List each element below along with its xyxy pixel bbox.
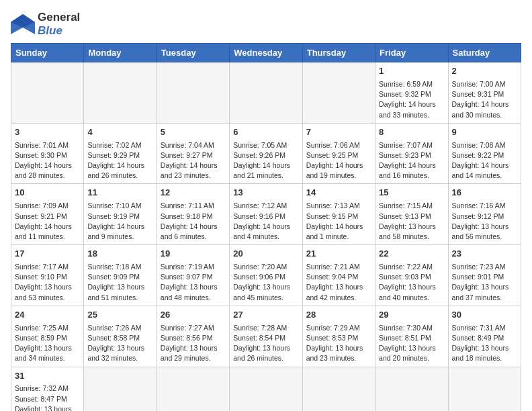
day-number: 18 [87, 248, 152, 261]
calendar-week-2: 3Sunrise: 7:01 AM Sunset: 9:30 PM Daylig… [11, 123, 521, 184]
calendar-cell: 31Sunrise: 7:32 AM Sunset: 8:47 PM Dayli… [11, 367, 84, 411]
day-number: 21 [306, 248, 371, 261]
day-number: 23 [452, 248, 517, 261]
col-header-monday: Monday [84, 44, 157, 62]
day-info: Sunrise: 7:25 AM Sunset: 8:59 PM Dayligh… [15, 323, 80, 364]
day-number: 3 [15, 126, 80, 139]
calendar-cell: 29Sunrise: 7:30 AM Sunset: 8:51 PM Dayli… [375, 306, 448, 367]
calendar-cell [230, 62, 302, 124]
day-info: Sunrise: 7:12 AM Sunset: 9:16 PM Dayligh… [233, 201, 298, 242]
calendar-cell: 1Sunrise: 6:59 AM Sunset: 9:32 PM Daylig… [375, 62, 448, 124]
day-info: Sunrise: 7:18 AM Sunset: 9:09 PM Dayligh… [87, 262, 152, 303]
day-number: 13 [233, 187, 298, 199]
col-header-wednesday: Wednesday [230, 44, 302, 62]
calendar-cell [157, 62, 229, 124]
calendar-cell: 8Sunrise: 7:07 AM Sunset: 9:23 PM Daylig… [375, 123, 448, 184]
day-info: Sunrise: 7:28 AM Sunset: 8:54 PM Dayligh… [233, 323, 298, 364]
calendar-cell: 15Sunrise: 7:15 AM Sunset: 9:13 PM Dayli… [375, 184, 448, 245]
calendar-cell: 13Sunrise: 7:12 AM Sunset: 9:16 PM Dayli… [230, 184, 302, 245]
day-number: 9 [452, 126, 517, 139]
calendar-cell [84, 62, 157, 124]
day-number: 14 [306, 187, 371, 199]
calendar-cell: 12Sunrise: 7:11 AM Sunset: 9:18 PM Dayli… [157, 184, 229, 245]
day-info: Sunrise: 7:04 AM Sunset: 9:27 PM Dayligh… [161, 140, 226, 181]
calendar-cell: 25Sunrise: 7:26 AM Sunset: 8:58 PM Dayli… [84, 306, 157, 367]
day-number: 8 [379, 126, 444, 139]
day-number: 12 [161, 187, 226, 199]
calendar-cell: 30Sunrise: 7:31 AM Sunset: 8:49 PM Dayli… [448, 306, 521, 367]
calendar-cell [11, 62, 84, 124]
calendar-cell: 17Sunrise: 7:17 AM Sunset: 9:10 PM Dayli… [11, 245, 84, 306]
col-header-tuesday: Tuesday [157, 44, 229, 62]
day-number: 30 [452, 309, 517, 322]
day-info: Sunrise: 7:08 AM Sunset: 9:22 PM Dayligh… [452, 140, 517, 181]
calendar-cell: 3Sunrise: 7:01 AM Sunset: 9:30 PM Daylig… [11, 123, 84, 184]
col-header-sunday: Sunday [11, 44, 84, 62]
day-info: Sunrise: 7:00 AM Sunset: 9:31 PM Dayligh… [452, 79, 517, 120]
day-number: 28 [306, 309, 371, 322]
logo: GeneralBlue [11, 11, 80, 38]
calendar-cell: 2Sunrise: 7:00 AM Sunset: 9:31 PM Daylig… [448, 62, 521, 124]
calendar-cell [302, 367, 375, 411]
day-number: 19 [161, 248, 226, 261]
day-info: Sunrise: 6:59 AM Sunset: 9:32 PM Dayligh… [379, 79, 444, 120]
day-number: 5 [161, 126, 226, 139]
day-number: 10 [15, 187, 80, 199]
day-number: 20 [233, 248, 298, 261]
day-info: Sunrise: 7:27 AM Sunset: 8:56 PM Dayligh… [161, 323, 226, 364]
calendar-cell [375, 367, 448, 411]
calendar-week-6: 31Sunrise: 7:32 AM Sunset: 8:47 PM Dayli… [11, 367, 521, 411]
day-number: 25 [87, 309, 152, 322]
calendar-cell: 28Sunrise: 7:29 AM Sunset: 8:53 PM Dayli… [302, 306, 375, 367]
day-info: Sunrise: 7:01 AM Sunset: 9:30 PM Dayligh… [15, 140, 80, 181]
calendar-cell: 5Sunrise: 7:04 AM Sunset: 9:27 PM Daylig… [157, 123, 229, 184]
day-number: 26 [161, 309, 226, 322]
calendar-cell: 18Sunrise: 7:18 AM Sunset: 9:09 PM Dayli… [84, 245, 157, 306]
day-info: Sunrise: 7:10 AM Sunset: 9:19 PM Dayligh… [87, 201, 152, 242]
day-info: Sunrise: 7:32 AM Sunset: 8:47 PM Dayligh… [15, 383, 80, 411]
day-info: Sunrise: 7:02 AM Sunset: 9:29 PM Dayligh… [87, 140, 152, 181]
calendar-cell: 23Sunrise: 7:23 AM Sunset: 9:01 PM Dayli… [448, 245, 521, 306]
day-info: Sunrise: 7:15 AM Sunset: 9:13 PM Dayligh… [379, 201, 444, 242]
logo-text: GeneralBlue [38, 11, 80, 38]
col-header-thursday: Thursday [302, 44, 375, 62]
day-number: 4 [87, 126, 152, 139]
day-info: Sunrise: 7:22 AM Sunset: 9:03 PM Dayligh… [379, 262, 444, 303]
calendar-cell: 16Sunrise: 7:16 AM Sunset: 9:12 PM Dayli… [448, 184, 521, 245]
day-info: Sunrise: 7:19 AM Sunset: 9:07 PM Dayligh… [161, 262, 226, 303]
day-number: 24 [15, 309, 80, 322]
calendar-cell [448, 367, 521, 411]
calendar-cell: 11Sunrise: 7:10 AM Sunset: 9:19 PM Dayli… [84, 184, 157, 245]
calendar-cell: 10Sunrise: 7:09 AM Sunset: 9:21 PM Dayli… [11, 184, 84, 245]
day-info: Sunrise: 7:06 AM Sunset: 9:25 PM Dayligh… [306, 140, 371, 181]
calendar-cell: 27Sunrise: 7:28 AM Sunset: 8:54 PM Dayli… [230, 306, 302, 367]
calendar-cell [230, 367, 302, 411]
day-number: 15 [379, 187, 444, 199]
calendar-week-4: 17Sunrise: 7:17 AM Sunset: 9:10 PM Dayli… [11, 245, 521, 306]
day-info: Sunrise: 7:16 AM Sunset: 9:12 PM Dayligh… [452, 201, 517, 242]
day-number: 1 [379, 65, 444, 78]
calendar-header-row: SundayMondayTuesdayWednesdayThursdayFrid… [11, 44, 521, 62]
day-info: Sunrise: 7:26 AM Sunset: 8:58 PM Dayligh… [87, 323, 152, 364]
logo-icon [11, 14, 35, 34]
calendar-cell: 20Sunrise: 7:20 AM Sunset: 9:06 PM Dayli… [230, 245, 302, 306]
day-number: 2 [452, 65, 517, 78]
calendar-cell: 14Sunrise: 7:13 AM Sunset: 9:15 PM Dayli… [302, 184, 375, 245]
calendar-cell: 7Sunrise: 7:06 AM Sunset: 9:25 PM Daylig… [302, 123, 375, 184]
calendar: SundayMondayTuesdayWednesdayThursdayFrid… [11, 43, 521, 411]
day-number: 16 [452, 187, 517, 199]
day-info: Sunrise: 7:17 AM Sunset: 9:10 PM Dayligh… [15, 262, 80, 303]
calendar-cell: 19Sunrise: 7:19 AM Sunset: 9:07 PM Dayli… [157, 245, 229, 306]
day-number: 27 [233, 309, 298, 322]
day-info: Sunrise: 7:31 AM Sunset: 8:49 PM Dayligh… [452, 323, 517, 364]
calendar-cell [84, 367, 157, 411]
calendar-cell: 4Sunrise: 7:02 AM Sunset: 9:29 PM Daylig… [84, 123, 157, 184]
day-info: Sunrise: 7:23 AM Sunset: 9:01 PM Dayligh… [452, 262, 517, 303]
calendar-cell: 24Sunrise: 7:25 AM Sunset: 8:59 PM Dayli… [11, 306, 84, 367]
day-info: Sunrise: 7:13 AM Sunset: 9:15 PM Dayligh… [306, 201, 371, 242]
calendar-cell: 6Sunrise: 7:05 AM Sunset: 9:26 PM Daylig… [230, 123, 302, 184]
calendar-week-1: 1Sunrise: 6:59 AM Sunset: 9:32 PM Daylig… [11, 62, 521, 124]
day-number: 22 [379, 248, 444, 261]
day-info: Sunrise: 7:09 AM Sunset: 9:21 PM Dayligh… [15, 201, 80, 242]
day-number: 31 [15, 370, 80, 383]
